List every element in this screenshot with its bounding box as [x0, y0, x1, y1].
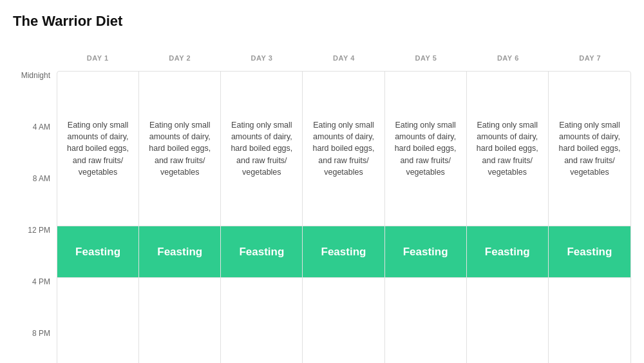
- day-header-1: DAY 1: [57, 45, 138, 71]
- feasting-cell-day6: Feasting: [467, 226, 549, 277]
- time-label-4am: 4 AM: [13, 123, 57, 174]
- day-header-6: DAY 6: [467, 45, 549, 71]
- empty-cell-day1: [57, 278, 139, 363]
- feasting-cell-day4: Feasting: [303, 226, 384, 277]
- day-header-5: DAY 5: [385, 45, 467, 71]
- empty-cell-day2: [139, 278, 221, 363]
- feasting-cell-day5: Feasting: [385, 226, 467, 277]
- schedule-grid: DAY 1 DAY 2 DAY 3 DAY 4 DAY 5 DAY 6 DAY …: [57, 45, 631, 363]
- eating-row: Eating only small amounts of dairy, hard…: [57, 72, 630, 226]
- eating-cell-day7: Eating only small amounts of dairy, hard…: [549, 72, 630, 226]
- time-labels-column: Midnight 4 AM 8 AM 12 PM 4 PM 8 PM Midni…: [13, 45, 57, 363]
- day-header-4: DAY 4: [303, 45, 384, 71]
- empty-cell-day7: [549, 278, 630, 363]
- time-label-8am: 8 AM: [13, 174, 57, 226]
- eating-cell-day5: Eating only small amounts of dairy, hard…: [385, 72, 467, 226]
- empty-cell-day6: [467, 278, 549, 363]
- feasting-row: Feasting Feasting Feasting Feasting Feas…: [57, 226, 630, 278]
- day-header-3: DAY 3: [221, 45, 303, 71]
- eating-cell-day3: Eating only small amounts of dairy, hard…: [221, 72, 303, 226]
- time-label-8pm: 8 PM: [13, 329, 57, 363]
- time-label-12pm: 12 PM: [13, 226, 57, 277]
- empty-cell-day5: [385, 278, 467, 363]
- empty-cell-day4: [303, 278, 384, 363]
- day-header-2: DAY 2: [138, 45, 220, 71]
- eating-cell-day4: Eating only small amounts of dairy, hard…: [303, 72, 384, 226]
- eating-cell-day2: Eating only small amounts of dairy, hard…: [139, 72, 221, 226]
- time-label-4pm: 4 PM: [13, 277, 57, 329]
- day-header-7: DAY 7: [549, 45, 631, 71]
- empty-row: [57, 278, 630, 363]
- page-title: The Warrior Diet: [13, 13, 631, 30]
- feasting-cell-day2: Feasting: [139, 226, 221, 277]
- day-headers-row: DAY 1 DAY 2 DAY 3 DAY 4 DAY 5 DAY 6 DAY …: [57, 45, 631, 71]
- feasting-cell-day3: Feasting: [221, 226, 303, 277]
- schedule-rows: Eating only small amounts of dairy, hard…: [57, 71, 631, 363]
- empty-cell-day3: [221, 278, 303, 363]
- feasting-cell-day7: Feasting: [549, 226, 630, 277]
- eating-cell-day1: Eating only small amounts of dairy, hard…: [57, 72, 139, 226]
- feasting-cell-day1: Feasting: [57, 226, 139, 277]
- eating-cell-day6: Eating only small amounts of dairy, hard…: [467, 72, 549, 226]
- time-label-midnight: Midnight: [13, 71, 57, 123]
